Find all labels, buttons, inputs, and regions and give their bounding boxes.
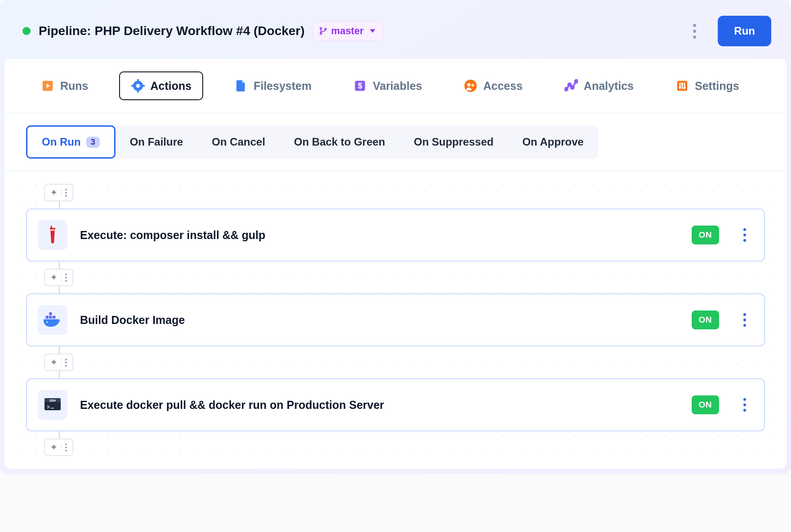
action-title: Build Docker Image bbox=[80, 314, 679, 327]
more-icon bbox=[63, 443, 69, 452]
actions-area: + Execute: composer install && gulp ON bbox=[4, 171, 787, 469]
tab-label: Analytics bbox=[584, 80, 634, 93]
svg-point-16 bbox=[564, 88, 567, 90]
svg-point-26 bbox=[684, 86, 686, 89]
svg-point-0 bbox=[320, 27, 322, 29]
docker-icon bbox=[38, 305, 67, 335]
svg-point-32 bbox=[46, 321, 48, 323]
subtabs-row: On Run 3 On Failure On Cancel On Back to… bbox=[26, 125, 598, 159]
tab-filesystem[interactable]: Filesystem bbox=[223, 72, 322, 99]
plus-icon: + bbox=[49, 442, 59, 452]
connector bbox=[59, 371, 60, 378]
status-badge[interactable]: ON bbox=[692, 226, 720, 244]
status-badge[interactable]: ON bbox=[692, 310, 720, 329]
svg-text:SSH: SSH bbox=[49, 399, 56, 402]
branch-icon bbox=[319, 27, 328, 35]
connector bbox=[59, 346, 60, 354]
svg-point-25 bbox=[681, 83, 684, 85]
branch-selector[interactable]: master bbox=[313, 21, 383, 41]
branch-label: master bbox=[331, 25, 364, 37]
plus-icon: + bbox=[49, 187, 59, 198]
add-action-button[interactable]: + bbox=[44, 269, 73, 286]
svg-point-18 bbox=[571, 86, 573, 89]
svg-point-15 bbox=[471, 84, 474, 87]
more-icon bbox=[63, 189, 69, 197]
variables-icon: $ bbox=[353, 79, 367, 93]
svg-point-2 bbox=[324, 28, 326, 30]
subtab-on-back-to-green[interactable]: On Back to Green bbox=[280, 127, 400, 157]
status-dot bbox=[22, 27, 31, 35]
header: Pipeline: PHP Delivery Workflow #4 (Dock… bbox=[4, 4, 787, 59]
tab-actions[interactable]: Actions bbox=[119, 71, 204, 100]
tab-label: Settings bbox=[695, 80, 739, 93]
subtab-label: On Back to Green bbox=[294, 136, 385, 148]
tab-settings[interactable]: Settings bbox=[664, 72, 750, 99]
action-card[interactable]: Execute: composer install && gulp ON bbox=[26, 208, 765, 262]
tab-label: Filesystem bbox=[253, 80, 311, 93]
subtab-on-suppressed[interactable]: On Suppressed bbox=[400, 127, 508, 157]
more-icon bbox=[63, 359, 69, 367]
subtab-on-run[interactable]: On Run 3 bbox=[26, 125, 116, 159]
svg-rect-29 bbox=[49, 316, 52, 319]
connector bbox=[59, 431, 60, 439]
svg-point-1 bbox=[320, 33, 322, 35]
add-action-button[interactable]: + bbox=[44, 439, 73, 456]
connector bbox=[59, 286, 60, 293]
add-action-button[interactable]: + bbox=[44, 184, 73, 201]
tab-variables[interactable]: $ Variables bbox=[342, 72, 433, 99]
subtab-label: On Suppressed bbox=[414, 136, 493, 148]
svg-point-17 bbox=[568, 83, 571, 86]
panel: Runs Actions Filesystem $ Variables bbox=[4, 59, 787, 469]
svg-rect-31 bbox=[49, 312, 52, 315]
plus-icon: + bbox=[49, 272, 59, 283]
svg-rect-28 bbox=[46, 316, 49, 319]
analytics-icon bbox=[564, 79, 578, 93]
subtabs-wrap: On Run 3 On Failure On Cancel On Back to… bbox=[4, 113, 787, 171]
action-menu-button[interactable] bbox=[741, 395, 749, 414]
subtab-on-failure[interactable]: On Failure bbox=[116, 127, 198, 157]
ssh-icon: SSH bbox=[38, 390, 67, 420]
svg-point-27 bbox=[50, 229, 56, 231]
plus-icon: + bbox=[49, 357, 59, 368]
tab-analytics[interactable]: Analytics bbox=[553, 72, 644, 99]
add-action-button[interactable]: + bbox=[44, 354, 73, 371]
filesystem-icon bbox=[234, 79, 248, 93]
subtab-label: On Approve bbox=[522, 136, 583, 148]
action-menu-button[interactable] bbox=[741, 310, 749, 329]
subtab-label: On Cancel bbox=[212, 136, 265, 148]
action-card[interactable]: Build Docker Image ON bbox=[26, 293, 765, 346]
chevron-down-icon bbox=[370, 29, 375, 33]
tab-access[interactable]: Access bbox=[453, 72, 533, 99]
tabs-row: Runs Actions Filesystem $ Variables bbox=[4, 59, 787, 113]
pipeline-column: + Execute: composer install && gulp ON bbox=[26, 184, 765, 456]
subtab-count: 3 bbox=[86, 137, 100, 148]
more-menu-button[interactable] bbox=[685, 22, 703, 40]
subtab-on-cancel[interactable]: On Cancel bbox=[197, 127, 280, 157]
svg-point-14 bbox=[467, 83, 471, 87]
more-icon bbox=[63, 274, 69, 282]
connector bbox=[59, 262, 60, 269]
tab-label: Runs bbox=[60, 80, 89, 93]
svg-point-6 bbox=[136, 84, 140, 88]
svg-text:$: $ bbox=[358, 81, 363, 90]
action-menu-button[interactable] bbox=[741, 226, 749, 244]
svg-point-24 bbox=[679, 86, 681, 88]
tab-label: Access bbox=[483, 80, 523, 93]
svg-rect-30 bbox=[53, 316, 55, 319]
run-button[interactable]: Run bbox=[718, 16, 771, 46]
gulp-icon bbox=[38, 220, 67, 250]
pipeline-title: Pipeline: PHP Delivery Workflow #4 (Dock… bbox=[39, 24, 305, 38]
access-icon bbox=[463, 79, 478, 93]
actions-icon bbox=[131, 79, 145, 93]
subtab-label: On Run bbox=[42, 136, 81, 148]
action-title: Execute docker pull && docker run on Pro… bbox=[80, 399, 679, 412]
tab-label: Actions bbox=[151, 80, 192, 93]
subtab-on-approve[interactable]: On Approve bbox=[508, 127, 598, 157]
action-title: Execute: composer install && gulp bbox=[80, 229, 679, 242]
svg-point-19 bbox=[575, 80, 578, 83]
tab-runs[interactable]: Runs bbox=[30, 72, 99, 99]
app-frame: Pipeline: PHP Delivery Workflow #4 (Dock… bbox=[0, 0, 791, 474]
settings-icon bbox=[675, 79, 689, 93]
action-card[interactable]: SSH Execute docker pull && docker run on… bbox=[26, 378, 765, 431]
status-badge[interactable]: ON bbox=[692, 395, 720, 414]
